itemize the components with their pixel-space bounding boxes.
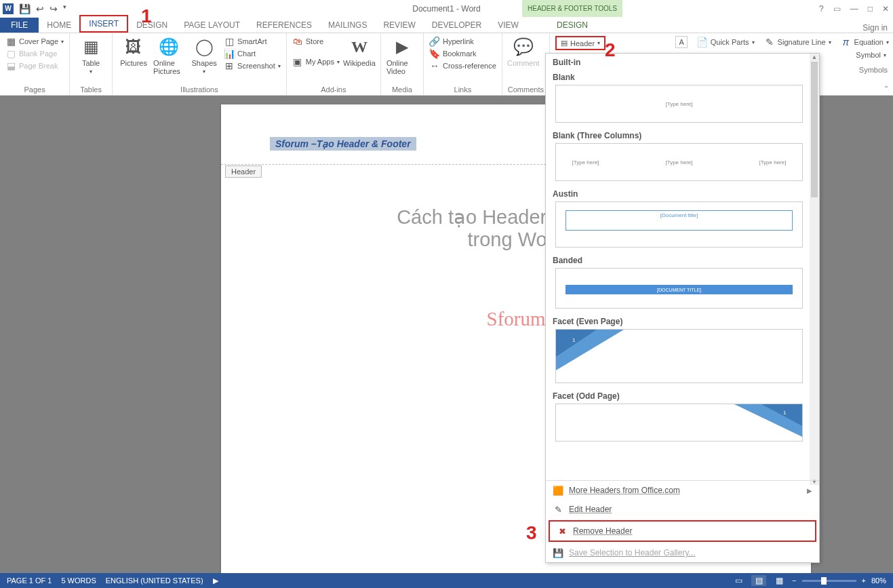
blank-page-button[interactable]: ▢Blank Page xyxy=(5,48,64,59)
comment-button[interactable]: 💬Comment xyxy=(508,36,539,67)
word-icon: W xyxy=(3,3,14,14)
tab-file[interactable]: FILE xyxy=(0,18,39,33)
tab-home[interactable]: HOME xyxy=(39,18,79,33)
chevron-down-icon: ▾ xyxy=(597,40,600,46)
group-label-tables: Tables xyxy=(75,85,106,95)
zoom-in-icon[interactable]: + xyxy=(862,576,866,585)
symbol-button[interactable]: Symbol▾ xyxy=(856,51,886,59)
quick-parts-icon: 📄 xyxy=(697,37,708,47)
tab-header-footer-design[interactable]: DESIGN xyxy=(522,18,622,33)
zoom-out-icon[interactable]: − xyxy=(792,576,796,585)
gallery-item-banded-label: Banded xyxy=(546,252,810,268)
collapse-ribbon-icon[interactable]: ⌃ xyxy=(884,85,889,92)
chart-button[interactable]: 📊Chart xyxy=(224,48,281,59)
tab-design[interactable]: DESIGN xyxy=(128,18,176,33)
status-words[interactable]: 5 WORDS xyxy=(61,576,96,585)
zoom-slider[interactable] xyxy=(802,580,856,582)
tab-insert[interactable]: INSERT xyxy=(79,15,128,33)
blank-page-icon: ▢ xyxy=(5,48,16,59)
group-addins: 🛍Store ▣My Apps▾ WWikipedia Add-ins xyxy=(287,33,381,95)
smartart-icon: ◫ xyxy=(224,36,235,47)
chart-icon: 📊 xyxy=(224,48,235,59)
page-break-button[interactable]: ⬓Page Break xyxy=(5,60,64,71)
cover-page-button[interactable]: ▦Cover Page▾ xyxy=(5,36,64,47)
scroll-thumb[interactable] xyxy=(811,62,818,197)
print-layout-icon[interactable]: ▤ xyxy=(751,575,766,586)
online-pictures-button[interactable]: 🌐Online Pictures xyxy=(153,36,184,85)
gallery-scrollbar[interactable]: ▲ ▼ xyxy=(810,54,819,485)
read-mode-icon[interactable]: ▭ xyxy=(731,575,746,586)
maximize-icon[interactable]: □ xyxy=(868,4,873,14)
gallery-item-blank-three-columns[interactable]: [Type here][Type here][Type here] xyxy=(555,143,803,181)
tab-review[interactable]: REVIEW xyxy=(375,18,423,33)
tab-view[interactable]: VIEW xyxy=(490,18,527,33)
gallery-item-austin[interactable]: [Document title] xyxy=(555,201,803,248)
online-video-button[interactable]: ▶Online Video xyxy=(386,36,418,75)
save-icon[interactable]: 💾 xyxy=(19,3,31,14)
pictures-button[interactable]: 🖼Pictures xyxy=(118,36,149,85)
table-button[interactable]: ▦Table▾ xyxy=(75,36,106,75)
gallery-item-blank3-label: Blank (Three Columns) xyxy=(546,127,810,143)
macro-icon[interactable]: ▶ xyxy=(213,576,218,585)
qat-customize-icon[interactable]: ▾ xyxy=(63,3,66,14)
svg-text:1: 1 xyxy=(572,337,576,343)
shapes-button[interactable]: ◯Shapes▾ xyxy=(188,36,220,85)
ribbon-display-icon[interactable]: ▭ xyxy=(833,4,841,14)
web-layout-icon[interactable]: ▦ xyxy=(772,575,787,586)
cross-reference-button[interactable]: ↔Cross-reference xyxy=(429,60,496,71)
hyperlink-button[interactable]: 🔗Hyperlink xyxy=(429,36,496,47)
video-icon: ▶ xyxy=(391,36,413,58)
more-headers-menuitem[interactable]: 🟧 More Headers from Office.com ▶ xyxy=(546,481,819,500)
smartart-button[interactable]: ◫SmartArt xyxy=(224,36,281,47)
zoom-level[interactable]: 80% xyxy=(871,576,886,585)
window-title: Document1 - Word xyxy=(412,4,480,14)
annotation-1: 1 xyxy=(141,5,152,27)
sign-in-link[interactable]: Sign in xyxy=(862,23,888,33)
gallery-item-facet-even[interactable]: 1 xyxy=(555,329,803,383)
header-text[interactable]: Sforum –Tạo Header & Footer xyxy=(270,137,416,151)
signature-line-button[interactable]: ✎Signature Line▾ xyxy=(764,36,831,48)
remove-header-menuitem[interactable]: ✖ Remove Header xyxy=(549,520,816,542)
header-button[interactable]: ▤ Header ▾ xyxy=(555,36,606,50)
group-media: ▶Online Video Media xyxy=(381,33,424,95)
contextual-tab-header: HEADER & FOOTER TOOLS xyxy=(522,0,622,17)
header-icon: ▤ xyxy=(561,39,568,47)
status-page[interactable]: PAGE 1 OF 1 xyxy=(7,576,52,585)
text-box-icon-button[interactable]: A xyxy=(675,36,687,48)
help-icon[interactable]: ? xyxy=(819,4,824,14)
bookmark-icon: 🔖 xyxy=(429,48,440,59)
gallery-item-blank[interactable]: [Type here] xyxy=(555,85,803,123)
svg-text:1: 1 xyxy=(783,410,787,416)
minimize-icon[interactable]: — xyxy=(850,4,858,14)
scroll-up-icon[interactable]: ▲ xyxy=(810,54,819,60)
group-links: 🔗Hyperlink 🔖Bookmark ↔Cross-reference Li… xyxy=(424,33,502,95)
close-icon[interactable]: ✕ xyxy=(882,4,889,14)
equation-button[interactable]: πEquation▾ xyxy=(841,36,889,48)
tab-references[interactable]: REFERENCES xyxy=(248,18,320,33)
group-label-illustrations: Illustrations xyxy=(118,85,281,95)
redo-icon[interactable]: ↪ xyxy=(49,3,58,14)
status-language[interactable]: ENGLISH (UNITED STATES) xyxy=(106,576,203,585)
store-button[interactable]: 🛍Store xyxy=(292,36,340,47)
bookmark-button[interactable]: 🔖Bookmark xyxy=(429,48,496,59)
group-label-pages: Pages xyxy=(5,85,64,95)
wikipedia-button[interactable]: WWikipedia xyxy=(344,36,375,85)
remove-header-icon: ✖ xyxy=(557,526,568,536)
gallery-item-facet-odd[interactable]: 1 xyxy=(555,404,803,442)
myapps-button[interactable]: ▣My Apps▾ xyxy=(292,56,340,67)
ribbon-tabs: FILE HOME INSERT DESIGN PAGE LAYOUT REFE… xyxy=(0,17,893,33)
online-pictures-icon: 🌐 xyxy=(158,36,180,58)
quick-parts-button[interactable]: 📄Quick Parts▾ xyxy=(697,36,755,48)
annotation-2: 2 xyxy=(605,39,616,61)
group-illustrations: 🖼Pictures 🌐Online Pictures ◯Shapes▾ ◫Sma… xyxy=(113,33,287,95)
screenshot-button[interactable]: ⊞Screenshot▾ xyxy=(224,60,281,71)
group-label-addins: Add-ins xyxy=(292,85,375,95)
tab-page-layout[interactable]: PAGE LAYOUT xyxy=(176,18,248,33)
chevron-right-icon: ▶ xyxy=(807,487,812,494)
undo-icon[interactable]: ↩ xyxy=(36,3,44,14)
title-bar: W 💾 ↩ ↪ ▾ Document1 - Word HEADER & FOOT… xyxy=(0,0,893,17)
tab-mailings[interactable]: MAILINGS xyxy=(320,18,375,33)
edit-header-menuitem[interactable]: ✎ Edit Header xyxy=(546,500,819,519)
gallery-item-banded[interactable]: [DOCUMENT TITLE] xyxy=(555,268,803,309)
tab-developer[interactable]: DEVELOPER xyxy=(424,18,490,33)
